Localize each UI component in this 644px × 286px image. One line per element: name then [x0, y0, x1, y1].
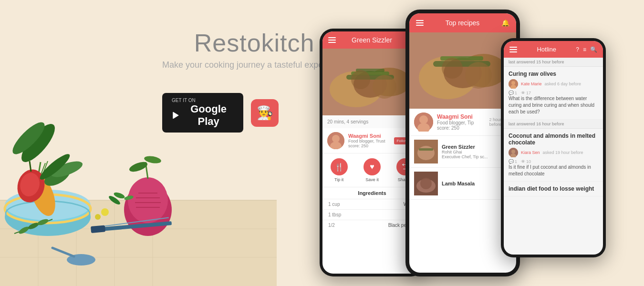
phone3-screen: Hotline ? ≡ 🔍 last answered 15 hour befo… — [504, 41, 603, 255]
svg-point-32 — [128, 160, 148, 174]
svg-point-72 — [417, 146, 435, 160]
svg-point-9 — [5, 191, 91, 224]
chef-hat-icon: 👨‍🍳 — [257, 105, 273, 121]
phone1-title: Green Sizzler — [352, 36, 392, 44]
phone1-chef-desc: Food blogger, Trust score: 250 — [348, 139, 390, 148]
svg-point-47 — [37, 218, 49, 226]
search-icon: 🔍 — [590, 46, 597, 53]
featured-chef-desc: Food blogger, Tip score: 250 — [437, 120, 486, 131]
recipe-list-item-2[interactable]: Lamb Masala — [409, 168, 516, 200]
q2-comments: 💬 1 — [509, 159, 517, 164]
svg-line-14 — [38, 162, 41, 176]
q1-views: 👁 17 — [521, 91, 531, 95]
google-play-small-text: GET IT ON — [172, 98, 196, 103]
hotline-question-3[interactable]: indian diet food to losse weight — [504, 182, 603, 196]
svg-point-12 — [6, 201, 90, 226]
help-icon: ? — [576, 46, 579, 53]
hotline-question-1[interactable]: Curing raw olives Kate Marie asked 6 day… — [504, 67, 603, 120]
tip-label: Tip it — [334, 177, 343, 182]
svg-line-16 — [43, 161, 48, 174]
svg-point-45 — [18, 225, 30, 235]
svg-line-19 — [30, 161, 31, 172]
svg-point-69 — [419, 115, 428, 124]
save-label: Save it — [365, 177, 379, 182]
google-play-icon — [172, 110, 180, 121]
featured-avatar — [414, 112, 433, 132]
recipe-list-item-1[interactable]: Green Sizzler Rohit Ghai Executive Chef,… — [409, 136, 516, 168]
svg-point-42 — [101, 208, 109, 216]
phone2-title: Top recipes — [446, 19, 480, 27]
q3-title: indian diet food to losse weight — [509, 185, 598, 192]
svg-point-46 — [27, 221, 40, 230]
bell-icon-2: 🔔 — [501, 19, 509, 27]
q2-meta: Kiara Sen asked 19 hour before — [509, 148, 598, 157]
save-button[interactable]: ♥ Save it — [364, 158, 381, 182]
save-icon: ♥ — [364, 158, 381, 175]
svg-point-8 — [5, 198, 91, 236]
svg-point-56 — [373, 75, 396, 99]
phones-mockup-container: Green Sizzler 🔔 20 mins, — [310, 0, 644, 286]
svg-point-21 — [49, 158, 84, 180]
svg-point-11 — [5, 194, 91, 223]
svg-rect-0 — [0, 200, 277, 286]
svg-point-23 — [16, 119, 60, 167]
featured-chef-info: Waagmi Soni Food blogger, Tip score: 250 — [437, 113, 486, 131]
hamburger-icon-2 — [416, 20, 424, 26]
app-icon-button[interactable]: 👨‍🍳 — [251, 99, 279, 127]
svg-line-31 — [145, 162, 148, 179]
recipe-thumb-1 — [414, 140, 438, 163]
svg-point-39 — [113, 191, 125, 200]
q2-title: Coconut and almonds in melted chocolate — [509, 133, 598, 146]
phone1-chef-info: Waagmi Soni Food blogger, Trust score: 2… — [348, 133, 390, 148]
q2-stats: 💬 1 👁 10 — [509, 159, 598, 164]
chef-avatar — [327, 132, 344, 149]
phone3-mockup: Hotline ? ≡ 🔍 last answered 15 hour befo… — [501, 38, 606, 257]
hotline-header-icons: ? ≡ 🔍 — [576, 46, 597, 53]
q1-title: Curing raw olives — [509, 71, 598, 77]
q1-stats: 💬 1 👁 17 — [509, 91, 598, 95]
phone3-header: Hotline ? ≡ 🔍 — [504, 41, 603, 58]
svg-point-18 — [18, 171, 42, 199]
q2-user-name: Kiara Sen — [521, 150, 540, 155]
q2-asked: asked 19 hour before — [543, 150, 583, 155]
ingredient-qty-2: 1 tbsp — [328, 212, 341, 217]
q2-avatar — [509, 148, 518, 157]
svg-point-33 — [144, 155, 162, 164]
cta-buttons-group: GET IT ON Google Play 👨‍🍳 — [162, 93, 279, 133]
q1-asked: asked 6 day before — [545, 82, 582, 86]
svg-point-25 — [124, 184, 172, 236]
hotline-status-1: last answered 15 hour before — [504, 58, 603, 67]
svg-line-15 — [41, 163, 45, 175]
svg-point-24 — [9, 118, 49, 159]
svg-rect-35 — [91, 225, 105, 233]
svg-point-26 — [128, 177, 168, 223]
recipe-thumb-2 — [414, 172, 438, 195]
list-icon: ≡ — [583, 46, 586, 53]
phone2-screen: Top recipes 🔔 — [409, 13, 516, 273]
svg-point-13 — [26, 172, 60, 219]
hotline-question-2[interactable]: Coconut and almonds in melted chocolate … — [504, 129, 603, 182]
q1-user-name: Kate Marie — [521, 82, 542, 86]
svg-point-78 — [511, 81, 515, 85]
recipe-time: 20 mins, 4 servings — [327, 119, 368, 124]
svg-point-66 — [442, 58, 463, 79]
svg-point-20 — [42, 163, 73, 190]
phone1-chef-name: Waagmi Soni — [348, 133, 390, 139]
phone3-title: Hotline — [537, 46, 556, 53]
svg-line-38 — [52, 248, 74, 256]
ingredient-qty-1: 1 cup — [328, 202, 340, 207]
svg-point-10 — [5, 190, 91, 220]
q1-comments: 💬 1 — [509, 91, 517, 95]
svg-rect-34 — [95, 221, 172, 232]
tip-button[interactable]: 🍴 Tip it — [331, 158, 348, 182]
phone2-header: Top recipes 🔔 — [409, 13, 516, 32]
svg-line-36 — [104, 218, 169, 226]
phone2-food-image — [409, 32, 516, 109]
svg-point-43 — [95, 214, 101, 220]
q2-text: Is it fine if I put coconut and almonds … — [509, 164, 598, 177]
google-play-button[interactable]: GET IT ON Google Play — [162, 93, 243, 133]
svg-point-58 — [332, 135, 340, 143]
hamburger-icon-3 — [509, 47, 517, 52]
q2-views: 👁 10 — [521, 159, 531, 164]
featured-chef-name: Waagmi Soni — [437, 113, 486, 120]
